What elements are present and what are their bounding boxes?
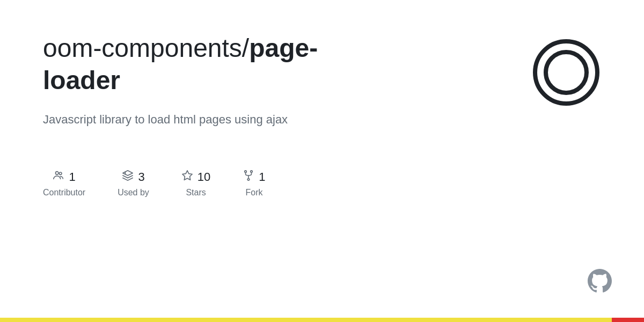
repo-icon	[531, 38, 601, 107]
main-content: oom-components/page-loader Javascript li…	[0, 0, 644, 214]
stars-count: 10	[197, 170, 210, 184]
title-area: oom-components/page-loader Javascript li…	[43, 32, 601, 127]
star-icon	[181, 170, 193, 185]
svg-point-2	[56, 172, 59, 175]
bottom-bar	[0, 318, 644, 322]
contributor-count: 1	[69, 170, 75, 184]
contributor-stat[interactable]: 1 Contributor	[43, 170, 85, 197]
fork-stat[interactable]: 1 Fork	[243, 170, 265, 197]
stars-stat[interactable]: 10 Stars	[181, 170, 210, 197]
used-by-stat-top: 3	[122, 170, 144, 185]
stars-label: Stars	[186, 188, 206, 197]
repo-description: Javascript library to load html pages us…	[43, 113, 365, 127]
fork-stat-top: 1	[243, 170, 265, 185]
used-by-count: 3	[138, 170, 144, 184]
contributor-label: Contributor	[43, 188, 85, 197]
repo-owner: oom-components/	[43, 34, 249, 62]
svg-marker-5	[182, 171, 192, 180]
stats-row: 1 Contributor 3 Used by	[43, 170, 601, 214]
svg-point-1	[546, 52, 587, 93]
github-logo[interactable]	[588, 269, 612, 295]
contributor-stat-top: 1	[53, 170, 75, 185]
repo-title: oom-components/page-loader	[43, 32, 365, 97]
package-icon	[122, 170, 134, 185]
bottom-bar-accent	[612, 318, 644, 322]
used-by-label: Used by	[118, 188, 149, 197]
contributor-icon	[53, 170, 64, 185]
svg-point-3	[60, 172, 62, 175]
stars-stat-top: 10	[181, 170, 210, 185]
fork-count: 1	[259, 170, 265, 184]
fork-icon	[243, 170, 254, 185]
fork-label: Fork	[245, 188, 262, 197]
used-by-stat[interactable]: 3 Used by	[118, 170, 149, 197]
repo-title-block: oom-components/page-loader Javascript li…	[43, 32, 365, 127]
